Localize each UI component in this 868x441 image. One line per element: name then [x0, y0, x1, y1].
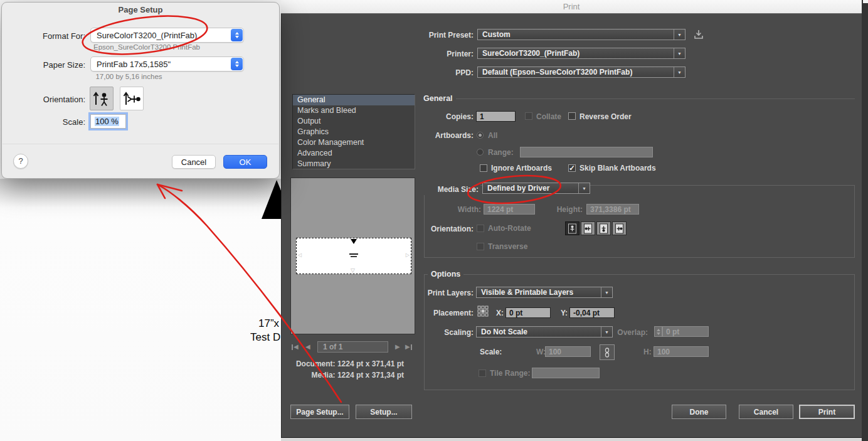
scale-label: Scale: [480, 348, 502, 356]
media-height-label: Height: [525, 205, 583, 214]
transverse-checkbox[interactable] [477, 243, 484, 250]
reverse-order-label: Reverse Order [580, 112, 632, 121]
orientation-landscape-left-button[interactable] [581, 221, 595, 235]
screen: 17”x Test D Print Print Preset: Custom P… [0, 0, 868, 441]
first-page-icon[interactable]: ◀ [292, 341, 299, 353]
tile-range-input[interactable] [532, 368, 600, 378]
scale-w-label: W: [536, 348, 546, 356]
chevron-down-icon [674, 48, 685, 58]
reverse-order-checkbox[interactable] [568, 112, 576, 120]
format-for-value: SureColorT3200_(PrintFab) [91, 31, 230, 40]
print-button[interactable]: Print [799, 405, 855, 419]
scale-h-label: H: [643, 348, 652, 356]
preview-right-mark-icon [406, 252, 410, 258]
options-legend: Options [428, 270, 463, 279]
collate-checkbox[interactable] [525, 112, 532, 120]
ps-cancel-button[interactable]: Cancel [172, 155, 216, 169]
ppd-dropdown[interactable]: Default (Epson–SureColorT3200 PrintFab) [477, 66, 685, 78]
document-size-info: Document: 1224 pt x 371,41 pt [294, 359, 404, 368]
section-divider [456, 98, 855, 99]
cancel-button[interactable]: Cancel [739, 405, 793, 419]
page-setup-button[interactable]: Page Setup... [290, 405, 349, 419]
artboards-range-label: Range: [488, 148, 514, 157]
placement-y-input[interactable]: -0,04 pt [569, 307, 615, 318]
placement-reference-grid-icon[interactable] [477, 306, 489, 317]
preview-bottom-mark-icon [351, 267, 355, 274]
preview-artwork-line [349, 253, 358, 255]
print-layers-dropdown[interactable]: Visible & Printable Layers [476, 287, 613, 298]
setup-button[interactable]: Setup... [356, 405, 412, 419]
print-window-titlebar[interactable]: Print [281, 0, 862, 14]
save-preset-icon[interactable] [693, 29, 704, 40]
placement-y-label: Y: [561, 309, 568, 317]
constrain-proportions-link-icon[interactable] [600, 344, 615, 360]
preview-page-thumbnail[interactable] [296, 238, 411, 274]
print-preview-panel[interactable] [290, 178, 415, 334]
printer-dropdown[interactable]: SureColorT3200_(PrintFab) [477, 48, 685, 59]
print-preset-label: Print Preset: [376, 31, 474, 40]
artwork-text-line-2: Test D [250, 331, 281, 344]
orientation-landscape-right-button[interactable] [612, 221, 627, 235]
next-page-icon[interactable]: ▶ [395, 341, 400, 353]
skip-blank-artboards-checkbox[interactable] [568, 164, 576, 172]
preview-artwork-line [351, 256, 357, 257]
chevron-down-icon [674, 29, 685, 40]
format-for-subtext: Epson_SureColorT3200 PrintFab [65, 43, 229, 51]
previous-page-icon[interactable]: ◀ [305, 341, 310, 353]
page-indicator-field[interactable]: 1 of 1 [317, 341, 388, 353]
orientation-portrait-down-button[interactable] [596, 221, 611, 235]
format-for-label: Format For: [2, 31, 85, 41]
ps-ok-button[interactable]: OK [223, 155, 267, 169]
ps-orientation-landscape-button[interactable] [120, 87, 144, 110]
tile-range-checkbox[interactable] [479, 369, 486, 377]
artboards-all-radio[interactable] [477, 132, 484, 139]
sidebar-item-advanced[interactable]: Advanced [293, 148, 415, 159]
print-window-title: Print [563, 2, 580, 11]
chevron-down-icon [578, 183, 590, 193]
print-preset-dropdown[interactable]: Custom [477, 29, 685, 40]
chevron-down-icon [674, 67, 685, 77]
ignore-artboards-checkbox[interactable] [480, 164, 487, 172]
ignore-artboards-label: Ignore Artboards [491, 164, 552, 173]
skip-blank-artboards-label: Skip Blank Artboards [580, 164, 656, 173]
auto-rotate-checkbox[interactable] [477, 225, 484, 232]
page-setup-dialog: Page Setup Format For: SureColorT3200_(P… [1, 2, 280, 179]
auto-rotate-label: Auto-Rotate [488, 224, 531, 233]
placement-x-label: X: [496, 309, 504, 317]
scale-h-input[interactable]: 100 [654, 346, 709, 357]
format-for-dropdown[interactable]: SureColorT3200_(PrintFab) [90, 28, 244, 43]
overlap-input[interactable]: 0 pt [662, 326, 709, 337]
overlap-stepper[interactable] [654, 326, 662, 337]
sidebar-item-summary[interactable]: Summary [293, 159, 415, 169]
printer-value: SureColorT3200_(PrintFab) [478, 49, 674, 58]
tile-range-label: Tile Range: [490, 369, 530, 378]
help-button[interactable]: ? [13, 154, 28, 169]
page-setup-title: Page Setup [2, 3, 279, 18]
sidebar-item-general[interactable]: General [293, 95, 415, 105]
scale-w-input[interactable]: 100 [545, 346, 591, 357]
artboards-range-input[interactable] [520, 147, 653, 157]
popup-stepper-icon [231, 58, 243, 70]
overlap-label: Overlap: [585, 328, 648, 337]
paper-size-dropdown[interactable]: PrintFab 17x5,1585" [90, 56, 244, 72]
dialog-drop-shadow [0, 179, 281, 208]
media-size-dropdown[interactable]: Defined by Driver [482, 183, 590, 194]
ppd-value: Default (Epson–SureColorT3200 PrintFab) [478, 68, 674, 77]
artwork-text-line-1: 17”x [258, 317, 281, 330]
media-height-input[interactable]: 371,3386 pt [586, 204, 639, 215]
scaling-value: Do Not Scale [477, 327, 601, 336]
media-size-value: Defined by Driver [483, 184, 578, 193]
done-button[interactable]: Done [672, 405, 726, 419]
ps-orientation-portrait-button[interactable] [90, 87, 114, 110]
copies-label: Copies: [376, 112, 474, 121]
ps-scale-input[interactable]: 100 % [90, 114, 126, 129]
general-section-header: General [423, 94, 453, 103]
ps-scale-value: 100 % [95, 117, 119, 126]
print-dialog-body: Print Preset: Custom Printer: SureColorT… [281, 14, 862, 437]
last-page-icon[interactable]: ▶ [405, 341, 412, 353]
placement-x-input[interactable]: 0 pt [505, 307, 551, 318]
background-window-strip [281, 437, 862, 441]
orientation-portrait-up-button[interactable] [565, 221, 580, 235]
copies-input[interactable]: 1 [476, 111, 516, 122]
artboards-range-radio[interactable] [477, 149, 484, 156]
